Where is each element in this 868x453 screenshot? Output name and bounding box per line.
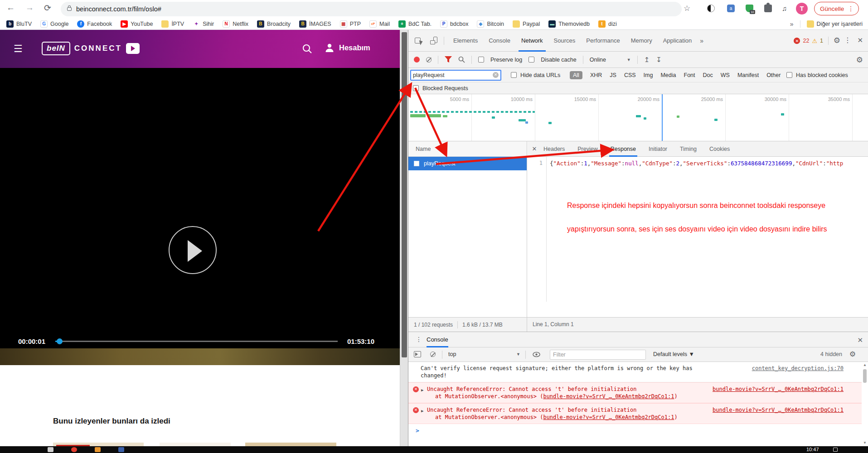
clear-filter-icon[interactable]: ✕ — [493, 72, 499, 78]
filter-type-all[interactable]: All — [570, 71, 582, 79]
tab-memory[interactable]: Memory — [626, 30, 658, 52]
filter-type-css[interactable]: CSS — [624, 72, 636, 78]
tab-sources[interactable]: Sources — [548, 30, 581, 52]
filter-type-font[interactable]: Font — [684, 72, 695, 78]
console-close-icon[interactable]: ✕ — [857, 336, 863, 344]
bookmark-item[interactable]: fFacebook — [77, 20, 112, 28]
devtools-close-icon[interactable]: ✕ — [857, 36, 863, 44]
bein-connect-logo[interactable]: beIN CONNECT — [42, 42, 140, 55]
hide-data-urls-checkbox[interactable] — [511, 72, 517, 78]
media-extension-icon[interactable]: ♫ — [781, 5, 788, 12]
console-sidebar-icon[interactable] — [414, 351, 421, 357]
preserve-log-checkbox[interactable] — [478, 57, 484, 63]
back-icon[interactable]: ← — [6, 3, 15, 13]
devtools-menu-icon[interactable]: ⋮ — [844, 36, 851, 44]
record-button[interactable] — [414, 57, 420, 63]
console-tab[interactable]: Console — [427, 332, 448, 347]
reload-icon[interactable]: ⟳ — [44, 3, 51, 13]
windows-taskbar[interactable]: 10:47 — [0, 446, 868, 453]
bookmark-item[interactable]: NNetflix — [223, 20, 248, 28]
tab-performance[interactable]: Performance — [581, 30, 625, 52]
bookmark-item[interactable]: +BdC Tab. — [398, 20, 432, 28]
bookmark-item[interactable]: ◆Bitcoin — [477, 20, 504, 28]
filter-input[interactable] — [413, 71, 490, 80]
filter-type-media[interactable]: Media — [660, 72, 676, 78]
bookmark-item[interactable]: tdizi — [598, 20, 617, 28]
console-prompt[interactable]: > — [408, 424, 862, 434]
filter-type-js[interactable]: JS — [610, 72, 616, 78]
tab-network[interactable]: Network — [516, 30, 548, 52]
device-toolbar-icon[interactable] — [430, 37, 437, 44]
detail-tab-response[interactable]: Response — [609, 141, 637, 157]
stack-source-link[interactable]: bundle-movie?v=SrrV_…_0KeAntmbq2rDqCo1:1 — [543, 414, 674, 420]
export-har-icon[interactable]: ↧ — [656, 56, 662, 64]
bookmark-item[interactable]: bBluTV — [6, 20, 32, 28]
taskbar-app-icon[interactable] — [48, 447, 53, 452]
network-settings-icon[interactable]: ⚙ — [856, 55, 863, 65]
expand-caret-icon[interactable]: ▶ — [421, 386, 423, 394]
filter-type-xhr[interactable]: XHR — [590, 72, 602, 78]
account-button[interactable]: Hesabım — [325, 43, 370, 53]
bookmark-item[interactable]: ▬Themoviedb — [548, 20, 590, 28]
tab-application[interactable]: Application — [658, 30, 698, 52]
bookmark-star-icon[interactable]: ☆ — [684, 4, 690, 13]
detail-tab-preview[interactable]: Preview — [576, 141, 599, 157]
console-scrollbar[interactable]: ▲ ▼ — [862, 363, 868, 446]
search-network-icon[interactable] — [458, 56, 465, 63]
search-icon[interactable] — [302, 43, 313, 56]
disable-cache-checkbox[interactable] — [529, 57, 534, 63]
has-blocked-cookies-checkbox[interactable] — [786, 72, 792, 78]
live-expression-eye-icon[interactable] — [533, 351, 540, 358]
execution-context-dropdown[interactable]: top — [448, 351, 456, 357]
error-warning-badges[interactable]: ✕ 22 ⚠ 1 — [794, 30, 823, 52]
detail-tab-timing[interactable]: Timing — [679, 141, 698, 157]
adblock-shield-icon[interactable]: 10 — [746, 5, 753, 12]
bookmark-item[interactable]: ▶YouTube — [121, 20, 153, 28]
source-link[interactable]: content_key_decryption.js:70 — [752, 365, 844, 372]
notification-icon[interactable] — [833, 448, 838, 452]
extensions-puzzle-icon[interactable] — [764, 5, 772, 12]
profile-avatar[interactable]: T — [796, 3, 808, 14]
page-scrollbar[interactable] — [400, 30, 408, 446]
extension-icon[interactable]: a — [727, 5, 735, 12]
bookmark-item[interactable]: GGoogle — [40, 20, 68, 28]
stack-source-link[interactable]: bundle-movie?v=SrrV_…_0KeAntmbq2rDqCo1:1 — [543, 393, 674, 400]
filter-type-manifest[interactable]: Manifest — [737, 72, 759, 78]
menu-icon[interactable]: ☰ — [14, 44, 25, 54]
filter-type-other[interactable]: Other — [766, 72, 781, 78]
bookmark-item[interactable]: BBroadcity — [257, 20, 291, 28]
play-overlay-button[interactable] — [169, 226, 217, 274]
bookmark-item[interactable]: BİMAGES — [299, 20, 331, 28]
taskbar-app-icon[interactable] — [118, 447, 124, 452]
error-source-link[interactable]: bundle-movie?v=SrrV_…_0KeAntmbq2rDqCo1:1 — [713, 386, 844, 393]
tab-console[interactable]: Console — [483, 30, 516, 52]
detail-tab-initiator[interactable]: Initiator — [647, 141, 669, 157]
scrollbar-thumb[interactable] — [402, 32, 407, 357]
extension-icon[interactable] — [707, 5, 715, 12]
bookmark-item[interactable]: Paypal — [513, 20, 540, 28]
log-levels-dropdown[interactable]: Default levels ▼ — [653, 351, 694, 357]
blocked-requests-checkbox[interactable] — [413, 85, 419, 91]
tab-elements[interactable]: Elements — [448, 30, 483, 52]
clear-network-log-icon[interactable] — [426, 57, 432, 63]
scrollbar-thumb[interactable] — [863, 369, 867, 383]
detail-tab-headers[interactable]: Headers — [542, 141, 566, 157]
filter-type-img[interactable]: Img — [644, 72, 653, 78]
error-source-link[interactable]: bundle-movie?v=SrrV_…_0KeAntmbq2rDqCo1:1 — [713, 406, 844, 414]
console-settings-icon[interactable]: ⚙ — [849, 350, 856, 358]
taskbar-app-icon[interactable] — [71, 447, 77, 452]
console-menu-icon[interactable]: ⋮ — [416, 336, 422, 343]
throttling-dropdown[interactable]: Online ▼ — [590, 57, 631, 63]
bookmark-item[interactable]: Pbdcbox — [440, 20, 468, 28]
video-player[interactable]: 00:00:01 01:53:10 ▷ ⚙ — [0, 68, 400, 348]
network-timeline[interactable]: 5000 ms10000 ms15000 ms20000 ms25000 ms3… — [408, 94, 868, 141]
bookmark-item[interactable]: İPTV — [161, 20, 184, 28]
more-bookmarks-icon[interactable]: » — [790, 20, 794, 28]
clear-console-icon[interactable] — [430, 352, 436, 357]
devtools-settings-icon[interactable]: ⚙ — [834, 36, 840, 45]
detail-tab-cookies[interactable]: Cookies — [708, 141, 731, 157]
console-filter-input[interactable] — [550, 350, 646, 360]
bookmark-item[interactable]: ✦Sihir — [193, 20, 214, 28]
forward-icon[interactable]: → — [25, 3, 34, 13]
close-detail-icon[interactable]: ✕ — [528, 145, 541, 152]
